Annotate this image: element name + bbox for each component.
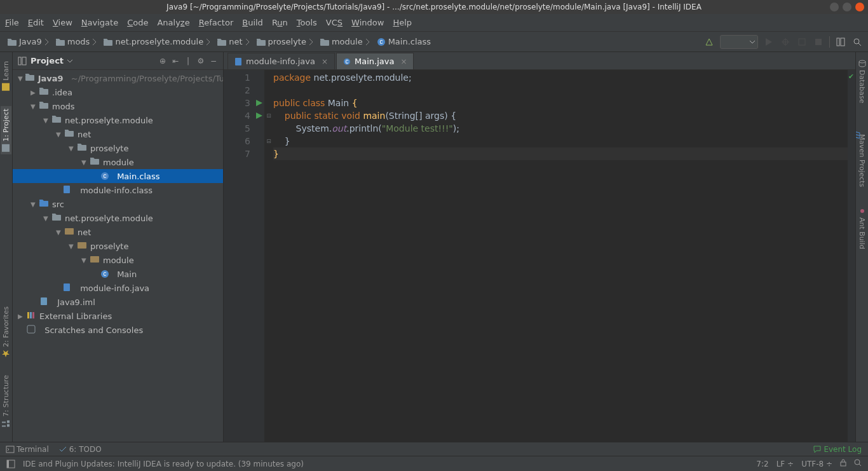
project-tree[interactable]: ▼Java9 ~/Programming/Proselyte/Projects/… xyxy=(13,70,223,442)
tab-event-log[interactable]: Event Log xyxy=(813,445,862,454)
svg-rect-30 xyxy=(22,57,26,65)
tab-module-info[interactable]: module-info.java× xyxy=(227,53,335,69)
svg-rect-57 xyxy=(64,283,70,291)
svg-marker-40 xyxy=(65,130,69,131)
menu-tools[interactable]: Tools xyxy=(297,18,317,27)
error-stripe[interactable]: ✔ xyxy=(848,70,855,442)
hide-icon[interactable]: − xyxy=(209,57,218,65)
run-gutter-icon[interactable] xyxy=(254,97,264,109)
tree-proselyte2[interactable]: ▼proselyte xyxy=(13,239,223,253)
menu-vcs[interactable]: VCS xyxy=(326,18,342,27)
gear-icon[interactable]: ⚙ xyxy=(196,57,205,65)
svg-rect-26 xyxy=(3,425,6,427)
toolwindows-icon[interactable] xyxy=(6,460,15,468)
folder-icon xyxy=(39,101,50,111)
svg-rect-2 xyxy=(56,40,65,46)
status-bar: IDE and Plugin Updates: IntelliJ IDEA is… xyxy=(0,456,868,471)
menu-window[interactable]: Window xyxy=(351,18,384,27)
tab-maven[interactable]: mMaven Projects xyxy=(857,121,867,189)
menu-build[interactable]: Build xyxy=(242,18,263,27)
menu-refactor[interactable]: Refactor xyxy=(199,18,234,27)
todo-icon xyxy=(59,446,67,453)
gutter-marks[interactable] xyxy=(254,70,264,442)
tree-root[interactable]: ▼Java9 ~/Programming/Proselyte/Projects/… xyxy=(13,71,223,85)
close-tab-icon[interactable]: × xyxy=(322,57,328,66)
svg-marker-1 xyxy=(8,39,12,40)
build-icon[interactable] xyxy=(703,36,715,48)
tree-net1[interactable]: ▼net xyxy=(13,127,223,141)
project-structure-button[interactable] xyxy=(835,36,846,48)
tree-main-class[interactable]: c Main.class xyxy=(13,169,223,183)
menu-edit[interactable]: Edit xyxy=(28,18,44,27)
line-ending[interactable]: LF ÷ xyxy=(776,460,794,468)
tree-module-info-class[interactable]: module-info.class xyxy=(13,183,223,197)
tree-ext-libs[interactable]: ▶External Libraries xyxy=(13,309,223,323)
menu-code[interactable]: Code xyxy=(127,18,148,27)
crumb-mods[interactable]: mods xyxy=(53,36,100,48)
tab-database[interactable]: Database xyxy=(857,57,867,106)
line-gutter[interactable]: 1234567 xyxy=(224,70,254,442)
file-encoding[interactable]: UTF-8 ÷ xyxy=(801,460,832,468)
tree-module1[interactable]: ▼module xyxy=(13,155,223,169)
caret-position[interactable]: 7:2 xyxy=(756,460,768,468)
lock-icon[interactable] xyxy=(840,459,846,468)
collapse-icon[interactable]: ⇤ xyxy=(171,57,180,65)
menu-view[interactable]: View xyxy=(53,18,72,27)
close-tab-icon[interactable]: × xyxy=(400,57,407,66)
editor-body[interactable]: 1234567 ⊟⊟ package net.proselyte.module;… xyxy=(224,70,855,442)
expand-icon[interactable]: | xyxy=(184,57,193,65)
crumb-file[interactable]: c Main.class xyxy=(374,36,433,48)
svg-marker-42 xyxy=(78,144,82,145)
code-area[interactable]: package net.proselyte.module; public cla… xyxy=(273,70,848,442)
run-gutter-icon[interactable] xyxy=(254,109,264,122)
tree-net2[interactable]: ▼net xyxy=(13,225,223,239)
crumb-module[interactable]: module xyxy=(318,36,373,48)
run-button[interactable] xyxy=(763,36,775,48)
tree-mods-pkg[interactable]: ▼net.proselyte.module xyxy=(13,113,223,127)
tab-favorites[interactable]: 2: Favorites xyxy=(1,304,11,360)
tab-ant[interactable]: Ant Build xyxy=(857,205,867,252)
tree-src-pkg[interactable]: ▼net.proselyte.module xyxy=(13,211,223,225)
locate-icon[interactable]: ⊕ xyxy=(158,57,167,65)
tree-scratches[interactable]: Scratches and Consoles xyxy=(13,323,223,337)
crumb-module-dir[interactable]: net.proselyte.module xyxy=(101,36,214,48)
menu-navigate[interactable]: Navigate xyxy=(81,18,118,27)
tree-idea[interactable]: ▶.idea xyxy=(13,85,223,99)
tree-main[interactable]: c Main xyxy=(13,267,223,281)
tab-learn[interactable]: Learn xyxy=(1,58,11,93)
tab-terminal[interactable]: Terminal xyxy=(6,445,49,454)
tree-mods[interactable]: ▼mods xyxy=(13,99,223,113)
crumb-net[interactable]: net xyxy=(215,36,252,48)
menu-analyze[interactable]: Analyze xyxy=(157,18,189,27)
tab-main-java[interactable]: cMain.java× xyxy=(336,53,414,69)
crumb-project[interactable]: Java9 xyxy=(5,36,52,48)
svg-rect-31 xyxy=(25,75,34,81)
tab-todo[interactable]: 6: TODO xyxy=(59,445,102,454)
tab-project[interactable]: 1: Project xyxy=(1,106,11,154)
stop-button[interactable] xyxy=(813,36,824,48)
svg-marker-36 xyxy=(39,102,44,103)
tree-src[interactable]: ▼src xyxy=(13,197,223,211)
menu-file[interactable]: File xyxy=(5,18,19,27)
svg-rect-63 xyxy=(235,58,241,65)
close-icon[interactable] xyxy=(855,3,864,11)
menu-help[interactable]: Help xyxy=(393,18,412,27)
menu-run[interactable]: Run xyxy=(272,18,288,27)
debug-button[interactable] xyxy=(780,36,791,48)
run-config-combo[interactable] xyxy=(720,35,758,49)
fold-column[interactable]: ⊟⊟ xyxy=(264,70,273,442)
tree-proselyte1[interactable]: ▼proselyte xyxy=(13,141,223,155)
minimize-icon[interactable] xyxy=(830,3,839,11)
inspector-icon[interactable] xyxy=(854,459,862,468)
maximize-icon[interactable] xyxy=(843,3,851,11)
project-panel-title[interactable]: Project xyxy=(18,56,154,65)
tree-iml[interactable]: Java9.iml xyxy=(13,295,223,309)
java-file-icon xyxy=(62,283,72,293)
class-icon: c xyxy=(343,58,351,65)
tree-module-info-java[interactable]: module-info.java xyxy=(13,281,223,295)
crumb-proselyte[interactable]: proselyte xyxy=(254,36,316,48)
tab-structure[interactable]: 7: Structure xyxy=(1,372,11,429)
coverage-button[interactable] xyxy=(796,36,808,48)
tree-module2[interactable]: ▼module xyxy=(13,253,223,267)
search-button[interactable] xyxy=(851,36,863,48)
